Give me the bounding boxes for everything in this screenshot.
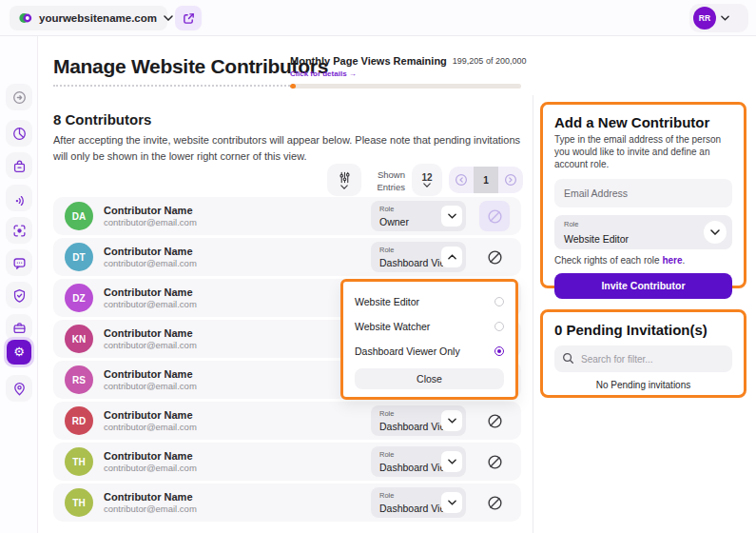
previous-page-button[interactable] (449, 167, 474, 193)
contributors-description: After accepting the invite, website cont… (53, 132, 529, 164)
ban-button[interactable] (479, 487, 510, 518)
contributor-email: contributor@email.com (104, 503, 197, 514)
usage-details-link[interactable]: Click for details → (290, 69, 521, 78)
role-label: Role (379, 409, 394, 418)
contributor-identity: Contributor Name contributor@email.com (104, 286, 197, 309)
rights-period: . (683, 255, 686, 266)
ban-icon (487, 495, 503, 511)
search-input[interactable] (554, 345, 732, 372)
role-label: Role (379, 205, 394, 213)
ban-button[interactable] (479, 201, 510, 231)
ban-button[interactable] (479, 405, 510, 436)
role-dropdown[interactable]: Role Dashboard Vie... (371, 405, 466, 436)
contributor-identity: Contributor Name contributor@email.com (104, 491, 197, 514)
sidebar-item-store[interactable] (6, 152, 32, 179)
scan-target-icon (12, 224, 27, 238)
add-contributor-description: Type in the email address of the person … (554, 133, 732, 171)
contributor-row: DT Contributor Name contributor@email.co… (53, 238, 521, 276)
role-option[interactable]: Dashboard Viewer Only (355, 339, 504, 364)
contributor-identity: Contributor Name contributor@email.com (104, 327, 197, 350)
shield-check-icon (12, 288, 27, 303)
pagination: 1 (449, 167, 523, 193)
avatar: DZ (65, 284, 93, 312)
sidebar-item-analytics[interactable] (6, 120, 32, 147)
role-option[interactable]: Website Watcher (355, 314, 504, 339)
contributor-email: contributor@email.com (104, 217, 197, 227)
sidebar-item-collapse[interactable] (6, 84, 32, 110)
contributor-email: contributor@email.com (104, 258, 197, 268)
contributor-identity: Contributor Name contributor@email.com (104, 205, 197, 227)
user-menu[interactable]: RR (689, 4, 748, 32)
contributor-email: contributor@email.com (104, 422, 197, 432)
arrow-right-circle-icon (504, 173, 517, 187)
contributor-row: DA Contributor Name contributor@email.co… (53, 197, 521, 235)
gear-icon: ⚙ (7, 340, 31, 365)
usage-progress-bar (290, 84, 521, 89)
website-selector[interactable]: yourwebsitename.com (10, 6, 167, 30)
invite-contributor-button[interactable]: Invite Contributor (554, 273, 732, 299)
contributor-name: Contributor Name (104, 246, 197, 257)
add-contributor-panel: Add a New Contributor Type in the email … (540, 102, 746, 288)
contributor-identity: Contributor Name contributor@email.com (104, 368, 197, 391)
website-name: yourwebsitename.com (39, 12, 157, 24)
contributor-identity: Contributor Name contributor@email.com (104, 246, 197, 268)
role-select[interactable]: Role Website Editor (554, 215, 732, 249)
role-label: Role (379, 491, 394, 500)
usage-widget: Monthly Page Views Remaining 199,205 of … (290, 55, 521, 89)
topbar: yourwebsitename.com RR (0, 0, 756, 36)
contributor-identity: Contributor Name contributor@email.com (104, 450, 197, 473)
chevron-down-icon (441, 410, 462, 431)
open-website-button[interactable] (175, 6, 202, 30)
sidebar-item-audience[interactable] (6, 185, 32, 211)
chevron-down-icon (441, 492, 462, 513)
per-page-value: 12 (421, 172, 432, 183)
contributor-row: RD Contributor Name contributor@email.co… (53, 402, 521, 440)
avatar: TH (65, 447, 93, 476)
contributor-row: TH Contributor Name contributor@email.co… (53, 484, 521, 522)
email-field[interactable] (554, 179, 732, 207)
ban-button[interactable] (479, 446, 510, 477)
pie-chart-icon (12, 127, 27, 141)
briefcase-icon (12, 321, 27, 335)
contributor-name: Contributor Name (104, 409, 197, 421)
ban-icon (487, 413, 503, 429)
chevron-down-icon (441, 247, 462, 267)
role-option[interactable]: Website Editor (355, 289, 504, 314)
chevron-down-icon (423, 183, 431, 188)
role-dropdown[interactable]: Role Dashboard Vie... (371, 446, 466, 477)
radio-icon (494, 297, 504, 306)
usage-progress-fill (290, 84, 296, 89)
role-dropdown[interactable]: Role Dashboard Vie... (371, 242, 466, 272)
sidebar-item-chat[interactable] (6, 249, 32, 276)
sidebar-item-location[interactable] (6, 375, 32, 402)
contributor-email: contributor@email.com (104, 381, 197, 391)
chevron-down-icon (340, 185, 348, 189)
role-option-label: Website Editor (355, 296, 419, 307)
ban-button[interactable] (479, 242, 510, 272)
sidebar-item-target[interactable] (6, 217, 32, 244)
avatar: RD (65, 406, 93, 435)
role-select-label: Role (564, 220, 578, 228)
contributor-email: contributor@email.com (104, 463, 197, 473)
role-dropdown[interactable]: Role Owner (371, 201, 466, 231)
sidebar-item-security[interactable] (6, 282, 32, 308)
role-select-value: Website Editor (564, 233, 629, 245)
rights-link[interactable]: here (662, 255, 682, 266)
role-option-label: Website Watcher (355, 321, 430, 332)
avatar: DA (65, 202, 93, 230)
usage-title: Monthly Page Views Remaining (290, 55, 447, 67)
sidebar-item-settings[interactable]: ⚙ (4, 337, 34, 367)
contributors-count-heading: 8 Contributors (53, 111, 151, 128)
close-button[interactable]: Close (355, 368, 504, 389)
next-page-button[interactable] (498, 167, 523, 193)
contributor-name: Contributor Name (104, 368, 197, 380)
per-page-select[interactable]: 12 (412, 164, 442, 196)
role-dropdown[interactable]: Role Dashboard Vie... (371, 487, 466, 518)
avatar: TH (65, 488, 93, 517)
usage-value: 199,205 of 200,000 (453, 56, 527, 67)
pending-invitations-title: 0 Pending Invitation(s) (554, 322, 732, 338)
website-favicon-icon (19, 11, 32, 25)
empty-pending-text: No Pending invitations (554, 380, 732, 390)
contributor-row: TH Contributor Name contributor@email.co… (53, 443, 521, 481)
shown-entries-label: Shown Entries (350, 168, 405, 194)
